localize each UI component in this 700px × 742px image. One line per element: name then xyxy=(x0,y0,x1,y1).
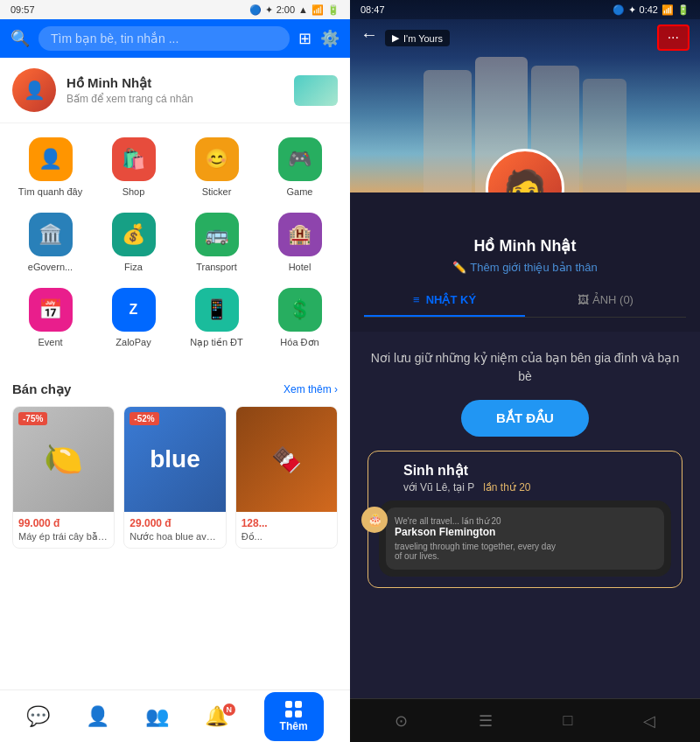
right-panel: 08:47 🔵 ✦ 0:42 📶 🔋 ← ▶ I'm Yours ··· 🧑 H… xyxy=(350,0,700,742)
fiza-icon: 💰 xyxy=(112,213,156,256)
profile-sub: Bấm để xem trang cá nhân xyxy=(66,93,284,105)
product-card-3[interactable]: 🍫 128... Đồ... xyxy=(235,406,338,549)
product-info-2: 29.000 đ Nước hoa blue avon na... xyxy=(124,512,225,548)
avatar-left: 👤 xyxy=(12,68,56,112)
grid-item-egovern[interactable]: 🏛️ eGovern... xyxy=(16,213,86,272)
product-name-3: Đồ... xyxy=(242,531,332,542)
birthday-icon: 🎂 xyxy=(361,507,388,533)
chat-icon: 💬 xyxy=(26,705,50,728)
profile-icon: 👤 xyxy=(86,705,109,728)
search-input[interactable] xyxy=(38,26,290,51)
tabs-right: ≡ NHẬT KÝ 🖼 ẢNH (0) xyxy=(364,284,686,318)
grid-section: 👤 Tìm quanh đây 🛍️ Shop 😊 Sticker 🎮 Game… xyxy=(0,123,350,373)
diary-text: Nơi lưu giữ những kỷ niệm của bạn bên gi… xyxy=(368,349,682,386)
naptien-label: Nạp tiền ĐT xyxy=(190,337,242,348)
cover-wrapper: 08:47 🔵 ✦ 0:42 📶 🔋 ← ▶ I'm Yours ··· 🧑 xyxy=(350,0,700,192)
nav-back-right[interactable]: ◁ xyxy=(643,711,655,731)
bat-dau-button[interactable]: BẮT ĐẦU xyxy=(461,400,589,437)
ban-chay-title: Bán chạy xyxy=(12,382,71,397)
status-bar-left: 09:57 🔵 ✦ 2:00 ▲ 📶 🔋 xyxy=(0,0,350,19)
status-icons-left: 🔵 ✦ 2:00 ▲ 📶 🔋 xyxy=(249,4,340,16)
nav-friends[interactable]: 👥 xyxy=(145,705,169,728)
nav-home-right[interactable]: ⊙ xyxy=(395,711,408,731)
game-label: Game xyxy=(287,186,313,197)
nav-square-right[interactable]: □ xyxy=(564,711,573,730)
grid-item-timquanday[interactable]: 👤 Tìm quanh đây xyxy=(16,137,86,197)
tab-diary[interactable]: ≡ NHẬT KÝ xyxy=(364,284,525,317)
grid-item-transport[interactable]: 🚌 Transport xyxy=(182,213,252,272)
grid-row-1: 👤 Tìm quanh đây 🛍️ Shop 😊 Sticker 🎮 Game xyxy=(9,137,341,197)
search-icon[interactable]: 🔍 xyxy=(10,29,30,48)
fiza-label: Fiza xyxy=(124,262,143,272)
intro-text: Thêm giới thiệu bản thân xyxy=(470,261,597,274)
time-left: 09:57 xyxy=(10,4,35,15)
product-name-1: Máy ép trái cây bằng ta... xyxy=(18,531,108,542)
play-icon: ▶ xyxy=(392,32,399,44)
profile-name-right: Hồ Minh Nhật xyxy=(364,236,686,256)
diary-content: Nơi lưu giữ những kỷ niệm của bạn bên gi… xyxy=(350,332,700,698)
profile-section[interactable]: 👤 Hồ Minh Nhật Bấm để xem trang cá nhân xyxy=(0,58,350,123)
product-card-1[interactable]: 🍋 -75% 99.000 đ Máy ép trái cây bằng ta.… xyxy=(12,406,115,549)
grid-item-game[interactable]: 🎮 Game xyxy=(265,137,335,197)
phone-mockup: We're all travel... lần thứ 20 Parkson F… xyxy=(379,500,671,577)
bottom-nav-left: 💬 👤 👥 🔔 N Thêm xyxy=(0,690,350,742)
birthday-title: Sinh nhật xyxy=(379,462,671,479)
game-icon: 🎮 xyxy=(278,137,322,181)
profile-body: Hồ Minh Nhật ✏️ Thêm giới thiệu bản thân… xyxy=(350,192,700,332)
intro-link[interactable]: ✏️ Thêm giới thiệu bản thân xyxy=(364,261,686,274)
time-right: 08:47 xyxy=(360,4,385,15)
grid-row-2: 🏛️ eGovern... 💰 Fiza 🚌 Transport 🏨 Hotel xyxy=(9,213,341,272)
more-icon: ··· xyxy=(668,30,679,45)
nav-menu-right[interactable]: ☰ xyxy=(479,711,493,731)
status-bar-right: 08:47 🔵 ✦ 0:42 📶 🔋 xyxy=(350,0,700,19)
discount-badge-2: -52% xyxy=(130,412,158,425)
grid-item-hoadon[interactable]: 💲 Hóa Đơn xyxy=(265,288,335,348)
xem-them-link[interactable]: Xem thêm › xyxy=(284,383,338,396)
product-price-2: 29.000 đ xyxy=(130,517,220,529)
hotel-label: Hotel xyxy=(289,262,312,272)
phone-desc: traveling through time together, every d… xyxy=(395,542,655,561)
timquanday-label: Tìm quanh đây xyxy=(18,186,82,197)
nav-notifications[interactable]: 🔔 N xyxy=(205,705,228,728)
sticker-icon: 😊 xyxy=(195,137,239,181)
event-label: Event xyxy=(38,337,62,347)
status-icons-right: 🔵 ✦ 0:42 📶 🔋 xyxy=(612,4,690,16)
product-card-2[interactable]: blue -52% 29.000 đ Nước hoa blue avon na… xyxy=(123,406,226,549)
grid-item-fiza[interactable]: 💰 Fiza xyxy=(99,213,169,272)
zalopay-icon: Z xyxy=(112,288,156,332)
back-button[interactable]: ← xyxy=(360,24,378,45)
settings-icon[interactable]: ⚙️ xyxy=(320,29,340,48)
nav-profile[interactable]: 👤 xyxy=(86,705,109,728)
transport-label: Transport xyxy=(196,262,237,272)
hoadon-label: Hóa Đơn xyxy=(280,337,318,348)
egovern-label: eGovern... xyxy=(28,262,73,272)
shop-icon: 🛍️ xyxy=(112,137,156,181)
tab-photos[interactable]: 🖼 ẢNH (0) xyxy=(525,284,686,317)
qr-icon[interactable]: ⊞ xyxy=(298,29,312,48)
nav-chat[interactable]: 💬 xyxy=(26,705,50,728)
phone-location: Parkson Flemington xyxy=(395,526,655,538)
tab-diary-label: ≡ NHẬT KÝ xyxy=(413,293,476,306)
products-row: 🍋 -75% 99.000 đ Máy ép trái cây bằng ta.… xyxy=(12,406,338,549)
egovern-icon: 🏛️ xyxy=(29,213,73,256)
product-price-3: 128... xyxy=(242,517,332,529)
phone-screen: We're all travel... lần thứ 20 Parkson F… xyxy=(386,508,664,570)
tab-photos-label: 🖼 ẢNH (0) xyxy=(578,293,634,306)
product-name-2: Nước hoa blue avon na... xyxy=(130,531,220,542)
grid-item-zalopay[interactable]: Z ZaloPay xyxy=(99,288,169,348)
song-name: I'm Yours xyxy=(403,33,443,44)
left-panel: 09:57 🔵 ✦ 2:00 ▲ 📶 🔋 🔍 ⊞ ⚙️ 👤 Hồ Minh Nh… xyxy=(0,0,350,742)
grid-item-naptien[interactable]: 📱 Nạp tiền ĐT xyxy=(182,288,252,348)
grid-item-event[interactable]: 📅 Event xyxy=(16,288,86,348)
grid-item-shop[interactable]: 🛍️ Shop xyxy=(99,137,169,197)
shop-label: Shop xyxy=(122,186,145,197)
them-button[interactable]: Thêm xyxy=(264,692,324,741)
profile-info: Hồ Minh Nhật Bấm để xem trang cá nhân xyxy=(66,75,284,105)
grid-item-hotel[interactable]: 🏨 Hotel xyxy=(265,213,335,272)
grid-item-sticker[interactable]: 😊 Sticker xyxy=(182,137,252,197)
edit-icon: ✏️ xyxy=(452,261,466,274)
more-button[interactable]: ··· xyxy=(657,24,690,51)
zalopay-label: ZaloPay xyxy=(116,337,150,347)
hotel-icon: 🏨 xyxy=(278,213,322,256)
grid-dots-icon xyxy=(285,701,302,718)
